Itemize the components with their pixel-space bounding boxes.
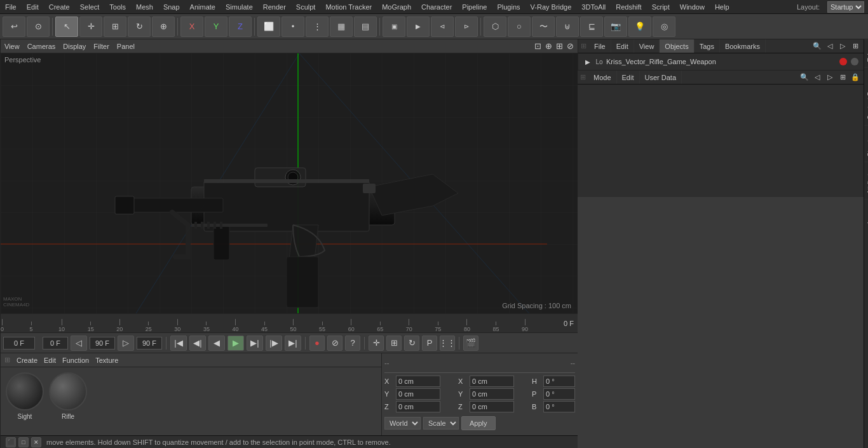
- status-icon-1[interactable]: ⬛: [6, 437, 16, 447]
- undo-button[interactable]: ↩: [3, 17, 25, 37]
- add-render-button[interactable]: ⊳: [455, 17, 478, 37]
- vtab-layers[interactable]: Layers: [864, 199, 868, 229]
- start-frame-input[interactable]: [43, 337, 68, 350]
- render-region-button[interactable]: ▣: [383, 17, 405, 37]
- y-pos-input[interactable]: [396, 388, 440, 400]
- uv-mode-button[interactable]: ▤: [354, 17, 377, 37]
- apply-button[interactable]: Apply: [461, 416, 496, 430]
- camera-button[interactable]: 📷: [604, 17, 627, 37]
- z-pos-input[interactable]: [396, 401, 440, 412]
- vp-ctrl-3[interactable]: ⊞: [556, 41, 563, 51]
- view-menu[interactable]: View: [4, 43, 20, 50]
- menu-item-edit[interactable]: Edit: [22, 3, 44, 11]
- z-size-input[interactable]: [470, 401, 514, 412]
- prev-key-btn[interactable]: ◀|: [189, 336, 206, 351]
- menu-item-pipeline[interactable]: Pipeline: [457, 3, 492, 11]
- attr-tab-edit[interactable]: Edit: [617, 71, 640, 84]
- menu-item-window[interactable]: Window: [675, 3, 710, 11]
- rtab-edit[interactable]: Edit: [611, 39, 634, 53]
- mat-create-menu[interactable]: Create: [17, 356, 37, 364]
- menu-item-plugins[interactable]: Plugins: [492, 3, 525, 11]
- auto-key-btn[interactable]: ⊘: [327, 336, 342, 351]
- point-mode-button[interactable]: •: [281, 17, 304, 37]
- menu-item-sculpt[interactable]: Sculpt: [291, 3, 321, 11]
- vtab-takes[interactable]: Takes: [864, 39, 868, 67]
- transform-button[interactable]: ⊕: [152, 17, 175, 37]
- vp-ctrl-1[interactable]: ⊡: [534, 41, 541, 51]
- help-btn[interactable]: ?: [345, 336, 360, 351]
- cube-tool-button[interactable]: ⬡: [484, 17, 506, 37]
- menu-item-mesh[interactable]: Mesh: [131, 3, 158, 11]
- rotate-trans-btn[interactable]: ↻: [404, 336, 419, 351]
- obj-dot[interactable]: [839, 58, 847, 65]
- mat-edit-menu[interactable]: Edit: [44, 356, 56, 364]
- target-button[interactable]: ◎: [653, 17, 675, 37]
- total-frame-input[interactable]: [137, 337, 162, 350]
- vp-ctrl-2[interactable]: ⊕: [545, 41, 552, 51]
- end-frame-input[interactable]: [90, 337, 115, 350]
- mat-texture-menu[interactable]: Texture: [95, 356, 118, 364]
- menu-item-tools[interactable]: Tools: [104, 3, 131, 11]
- obj-dot-2[interactable]: [851, 58, 858, 65]
- menu-item-select[interactable]: Select: [75, 3, 105, 11]
- sphere-tool-button[interactable]: ○: [508, 17, 531, 37]
- move-button[interactable]: ✛: [79, 17, 102, 37]
- light-button[interactable]: 💡: [628, 17, 651, 37]
- x-axis-button[interactable]: X: [180, 17, 203, 37]
- vtab-attributes[interactable]: Attributes: [864, 161, 868, 199]
- object-mode-button[interactable]: ⬜: [257, 17, 280, 37]
- world-dropdown[interactable]: World: [384, 417, 421, 430]
- timeline-ruler[interactable]: 051015202530354045505560657075808590: [1, 314, 578, 332]
- display-menu[interactable]: Display: [63, 43, 86, 50]
- menu-item-script[interactable]: Script: [647, 3, 675, 11]
- right-expand-icon[interactable]: ⊞: [850, 41, 861, 52]
- render-to-po-button[interactable]: ⊲: [431, 17, 454, 37]
- h-input[interactable]: [543, 376, 575, 387]
- deform-tool-button[interactable]: ⊑: [580, 17, 603, 37]
- panel-menu[interactable]: Panel: [117, 43, 135, 50]
- scale-dropdown[interactable]: Scale: [423, 417, 459, 430]
- sweep-tool-button[interactable]: ⊎: [556, 17, 579, 37]
- right-next-icon[interactable]: ▷: [837, 41, 848, 52]
- sight-material-ball[interactable]: [6, 372, 44, 411]
- vtab-structure[interactable]: Structure: [864, 125, 868, 162]
- attr-tab-mode[interactable]: Mode: [588, 71, 617, 84]
- timeline[interactable]: 051015202530354045505560657075808590 0 F: [1, 313, 578, 332]
- next-key-btn[interactable]: |▶: [266, 336, 282, 351]
- menu-item-help[interactable]: Help: [710, 3, 735, 11]
- rtab-view[interactable]: View: [634, 39, 660, 53]
- attr-prev-icon[interactable]: ◁: [811, 72, 823, 83]
- x-size-input[interactable]: [470, 376, 514, 387]
- viewport[interactable]: Perspective: [1, 53, 578, 313]
- record-btn[interactable]: ●: [309, 336, 325, 351]
- scale-trans-btn[interactable]: ⊞: [386, 336, 402, 351]
- last-frame-btn[interactable]: ▶|: [285, 336, 301, 351]
- move-trans-btn[interactable]: ✛: [369, 336, 384, 351]
- menu-item-create[interactable]: Create: [44, 3, 75, 11]
- menu-item-redshift[interactable]: Redshift: [611, 3, 646, 11]
- y-size-input[interactable]: [470, 388, 514, 400]
- menu-item-v-ray bridge[interactable]: V-Ray Bridge: [526, 3, 577, 11]
- menu-item-mograph[interactable]: MoGraph: [377, 3, 416, 11]
- object-list-item[interactable]: ▶ Lo Kriss_Vector_Rifle_Game_Weapon: [581, 56, 861, 67]
- select-button[interactable]: ↖: [55, 17, 78, 37]
- b-input[interactable]: [543, 401, 575, 412]
- layout-select[interactable]: Startup: [827, 1, 864, 13]
- menu-item-3dtoall[interactable]: 3DToAll: [576, 3, 611, 11]
- rtab-objects[interactable]: Objects: [660, 39, 694, 53]
- menu-item-render[interactable]: Render: [258, 3, 291, 11]
- rifle-material-item[interactable]: Rifle: [49, 372, 87, 420]
- rtab-tags[interactable]: Tags: [695, 39, 720, 53]
- cameras-menu[interactable]: Cameras: [27, 43, 56, 50]
- menu-item-motion tracker[interactable]: Motion Tracker: [320, 3, 377, 11]
- render-active-button[interactable]: ▶: [407, 17, 430, 37]
- scale-button[interactable]: ⊞: [104, 17, 126, 37]
- next-frame-btn[interactable]: ▶|: [247, 336, 263, 351]
- right-search-icon[interactable]: 🔍: [811, 41, 823, 52]
- attr-expand-icon[interactable]: ⊞: [837, 72, 848, 83]
- play-btn[interactable]: ▶: [227, 336, 244, 351]
- vp-ctrl-4[interactable]: ⊘: [567, 41, 574, 51]
- rtab-file[interactable]: File: [589, 39, 611, 53]
- attr-next-icon[interactable]: ▷: [824, 72, 836, 83]
- key-trans-btn[interactable]: P: [422, 336, 437, 351]
